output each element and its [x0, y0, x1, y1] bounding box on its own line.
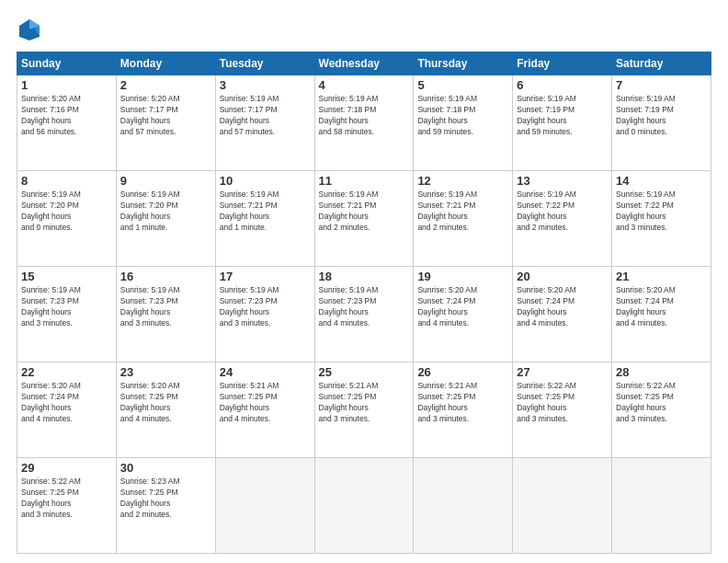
calendar-cell: 29Sunrise: 5:22 AMSunset: 7:25 PMDayligh… — [17, 458, 117, 554]
cell-info: Sunrise: 5:19 AMSunset: 7:20 PMDaylight … — [120, 190, 211, 234]
header — [17, 17, 711, 42]
calendar-week-row: 15Sunrise: 5:19 AMSunset: 7:23 PMDayligh… — [17, 267, 711, 362]
day-number: 6 — [517, 78, 608, 92]
day-number: 27 — [517, 365, 608, 379]
day-number: 30 — [120, 461, 211, 475]
cell-info: Sunrise: 5:22 AMSunset: 7:25 PMDaylight … — [517, 381, 608, 425]
calendar-cell: 13Sunrise: 5:19 AMSunset: 7:22 PMDayligh… — [513, 171, 612, 267]
weekday-header: Sunday — [17, 52, 117, 75]
weekday-header: Wednesday — [314, 52, 414, 75]
page: SundayMondayTuesdayWednesdayThursdayFrid… — [0, 0, 728, 563]
cell-info: Sunrise: 5:21 AMSunset: 7:25 PMDaylight … — [319, 381, 410, 425]
day-number: 24 — [220, 365, 311, 379]
cell-info: Sunrise: 5:23 AMSunset: 7:25 PMDaylight … — [120, 477, 211, 521]
calendar-cell — [612, 458, 711, 554]
calendar-week-row: 22Sunrise: 5:20 AMSunset: 7:24 PMDayligh… — [17, 362, 711, 458]
day-number: 3 — [220, 78, 311, 92]
cell-info: Sunrise: 5:20 AMSunset: 7:17 PMDaylight … — [120, 94, 211, 138]
weekday-header: Saturday — [612, 52, 711, 75]
calendar-cell: 25Sunrise: 5:21 AMSunset: 7:25 PMDayligh… — [314, 362, 414, 458]
day-number: 8 — [21, 174, 112, 188]
calendar-week-row: 8Sunrise: 5:19 AMSunset: 7:20 PMDaylight… — [17, 171, 711, 267]
calendar-cell: 1Sunrise: 5:20 AMSunset: 7:16 PMDaylight… — [17, 75, 117, 171]
calendar-cell: 9Sunrise: 5:19 AMSunset: 7:20 PMDaylight… — [116, 171, 215, 267]
calendar-cell: 22Sunrise: 5:20 AMSunset: 7:24 PMDayligh… — [17, 362, 117, 458]
weekday-header-row: SundayMondayTuesdayWednesdayThursdayFrid… — [17, 52, 711, 75]
cell-info: Sunrise: 5:19 AMSunset: 7:21 PMDaylight … — [220, 190, 311, 234]
day-number: 19 — [417, 270, 508, 283]
day-number: 16 — [120, 270, 211, 283]
day-number: 26 — [417, 365, 508, 379]
day-number: 4 — [319, 78, 410, 92]
day-number: 9 — [120, 174, 211, 188]
cell-info: Sunrise: 5:20 AMSunset: 7:16 PMDaylight … — [21, 94, 112, 138]
cell-info: Sunrise: 5:19 AMSunset: 7:20 PMDaylight … — [21, 190, 112, 234]
calendar-cell: 8Sunrise: 5:19 AMSunset: 7:20 PMDaylight… — [17, 171, 117, 267]
cell-info: Sunrise: 5:20 AMSunset: 7:25 PMDaylight … — [120, 381, 211, 425]
day-number: 13 — [517, 174, 608, 188]
calendar-cell: 19Sunrise: 5:20 AMSunset: 7:24 PMDayligh… — [414, 267, 513, 362]
calendar-table: SundayMondayTuesdayWednesdayThursdayFrid… — [17, 52, 711, 554]
calendar-cell: 5Sunrise: 5:19 AMSunset: 7:18 PMDaylight… — [414, 75, 513, 171]
calendar-cell: 11Sunrise: 5:19 AMSunset: 7:21 PMDayligh… — [314, 171, 414, 267]
calendar-cell: 3Sunrise: 5:19 AMSunset: 7:17 PMDaylight… — [215, 75, 314, 171]
cell-info: Sunrise: 5:19 AMSunset: 7:19 PMDaylight … — [517, 94, 608, 138]
day-number: 29 — [21, 461, 112, 475]
day-number: 1 — [21, 78, 112, 92]
calendar-cell: 2Sunrise: 5:20 AMSunset: 7:17 PMDaylight… — [116, 75, 215, 171]
cell-info: Sunrise: 5:22 AMSunset: 7:25 PMDaylight … — [21, 477, 112, 521]
weekday-header: Friday — [513, 52, 612, 75]
calendar-cell: 4Sunrise: 5:19 AMSunset: 7:18 PMDaylight… — [314, 75, 414, 171]
day-number: 7 — [616, 78, 707, 92]
day-number: 10 — [220, 174, 311, 188]
calendar-cell — [414, 458, 513, 554]
logo — [17, 17, 46, 42]
cell-info: Sunrise: 5:19 AMSunset: 7:18 PMDaylight … — [319, 94, 410, 138]
calendar-cell: 23Sunrise: 5:20 AMSunset: 7:25 PMDayligh… — [116, 362, 215, 458]
logo-icon — [17, 17, 42, 42]
cell-info: Sunrise: 5:19 AMSunset: 7:21 PMDaylight … — [417, 190, 508, 234]
calendar-cell: 12Sunrise: 5:19 AMSunset: 7:21 PMDayligh… — [414, 171, 513, 267]
calendar-cell — [513, 458, 612, 554]
cell-info: Sunrise: 5:20 AMSunset: 7:24 PMDaylight … — [21, 381, 112, 425]
calendar-cell: 15Sunrise: 5:19 AMSunset: 7:23 PMDayligh… — [17, 267, 117, 362]
day-number: 21 — [616, 270, 707, 283]
day-number: 14 — [616, 174, 707, 188]
day-number: 11 — [319, 174, 410, 188]
day-number: 15 — [21, 270, 112, 283]
calendar-cell: 16Sunrise: 5:19 AMSunset: 7:23 PMDayligh… — [116, 267, 215, 362]
weekday-header: Tuesday — [215, 52, 314, 75]
calendar-cell: 10Sunrise: 5:19 AMSunset: 7:21 PMDayligh… — [215, 171, 314, 267]
day-number: 23 — [120, 365, 211, 379]
cell-info: Sunrise: 5:19 AMSunset: 7:17 PMDaylight … — [220, 94, 311, 138]
calendar-cell: 6Sunrise: 5:19 AMSunset: 7:19 PMDaylight… — [513, 75, 612, 171]
calendar-cell: 14Sunrise: 5:19 AMSunset: 7:22 PMDayligh… — [612, 171, 711, 267]
day-number: 28 — [616, 365, 707, 379]
cell-info: Sunrise: 5:21 AMSunset: 7:25 PMDaylight … — [417, 381, 508, 425]
day-number: 12 — [417, 174, 508, 188]
day-number: 20 — [517, 270, 608, 283]
calendar-cell: 24Sunrise: 5:21 AMSunset: 7:25 PMDayligh… — [215, 362, 314, 458]
cell-info: Sunrise: 5:19 AMSunset: 7:23 PMDaylight … — [21, 285, 112, 329]
calendar-week-row: 29Sunrise: 5:22 AMSunset: 7:25 PMDayligh… — [17, 458, 711, 554]
cell-info: Sunrise: 5:19 AMSunset: 7:23 PMDaylight … — [120, 285, 211, 329]
weekday-header: Thursday — [414, 52, 513, 75]
calendar-cell: 26Sunrise: 5:21 AMSunset: 7:25 PMDayligh… — [414, 362, 513, 458]
calendar-cell: 18Sunrise: 5:19 AMSunset: 7:23 PMDayligh… — [314, 267, 414, 362]
calendar-cell: 20Sunrise: 5:20 AMSunset: 7:24 PMDayligh… — [513, 267, 612, 362]
cell-info: Sunrise: 5:19 AMSunset: 7:21 PMDaylight … — [319, 190, 410, 234]
calendar-cell: 28Sunrise: 5:22 AMSunset: 7:25 PMDayligh… — [612, 362, 711, 458]
cell-info: Sunrise: 5:19 AMSunset: 7:19 PMDaylight … — [616, 94, 707, 138]
day-number: 2 — [120, 78, 211, 92]
calendar-cell: 27Sunrise: 5:22 AMSunset: 7:25 PMDayligh… — [513, 362, 612, 458]
day-number: 25 — [319, 365, 410, 379]
cell-info: Sunrise: 5:20 AMSunset: 7:24 PMDaylight … — [417, 285, 508, 329]
calendar-cell: 30Sunrise: 5:23 AMSunset: 7:25 PMDayligh… — [116, 458, 215, 554]
day-number: 17 — [220, 270, 311, 283]
cell-info: Sunrise: 5:22 AMSunset: 7:25 PMDaylight … — [616, 381, 707, 425]
weekday-header: Monday — [116, 52, 215, 75]
cell-info: Sunrise: 5:19 AMSunset: 7:18 PMDaylight … — [417, 94, 508, 138]
cell-info: Sunrise: 5:21 AMSunset: 7:25 PMDaylight … — [220, 381, 311, 425]
cell-info: Sunrise: 5:20 AMSunset: 7:24 PMDaylight … — [616, 285, 707, 329]
cell-info: Sunrise: 5:19 AMSunset: 7:22 PMDaylight … — [517, 190, 608, 234]
